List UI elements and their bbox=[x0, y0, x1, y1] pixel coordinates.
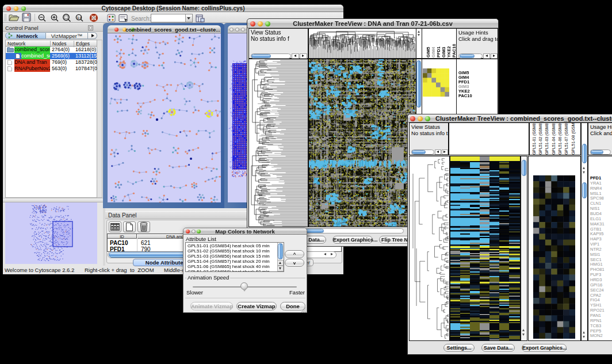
svg-text:1:1: 1:1 bbox=[77, 16, 82, 20]
